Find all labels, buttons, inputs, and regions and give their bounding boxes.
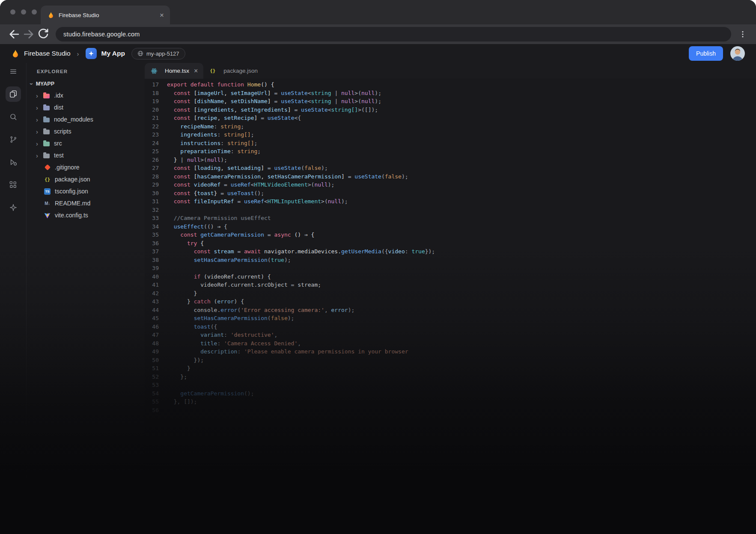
- back-button[interactable]: [7, 27, 21, 42]
- tree-item-src[interactable]: ›src: [27, 137, 145, 149]
- firebase-logo-icon: [11, 48, 20, 59]
- browser-tab[interactable]: Firebase Studio ×: [41, 6, 170, 24]
- browser-menu-icon[interactable]: [736, 27, 749, 42]
- app-icon: [86, 48, 97, 59]
- code-line: 56: [145, 406, 756, 415]
- globe-icon: [137, 50, 143, 56]
- workspace-badge-label: my-app-5127: [146, 50, 179, 57]
- code-line-text: videoRef.current.srcObject = stream;: [159, 281, 321, 289]
- tree-item-label: package.json: [55, 176, 90, 183]
- code-line: 49 description: 'Please enable camera pe…: [145, 347, 756, 356]
- chevron-right-icon: ›: [36, 116, 43, 123]
- code-line-text: const [recipe, setRecipe] = useState<{: [159, 114, 301, 122]
- tree-item-label: vite.config.ts: [55, 212, 88, 219]
- activity-files-icon[interactable]: [6, 86, 21, 102]
- code-line-text: [159, 381, 167, 389]
- ts-icon: TS: [44, 188, 51, 195]
- tree-item-dist[interactable]: ›dist: [27, 101, 145, 113]
- code-line-text: }: [159, 289, 197, 298]
- workspace-badge[interactable]: my-app-5127: [131, 48, 185, 59]
- line-number: 35: [145, 231, 159, 239]
- code-line-text: const {toast} = useToast();: [159, 189, 264, 198]
- editor-tab-package-json[interactable]: {}package.json: [203, 63, 263, 79]
- tree-item-vite-config-ts[interactable]: vite.config.ts: [27, 209, 145, 221]
- code-line-text: try {: [159, 239, 204, 248]
- code-line: 42 }: [145, 289, 756, 298]
- code-editor[interactable]: 17export default function Home() {18 con…: [145, 79, 756, 534]
- code-line-text: description: 'Please enable camera permi…: [159, 347, 408, 356]
- code-line-text: toast({: [159, 323, 217, 331]
- publish-button[interactable]: Publish: [689, 46, 723, 61]
- activity-search-icon[interactable]: [6, 109, 21, 125]
- code-line-text: } catch (error) {: [159, 297, 244, 306]
- activity-source-control-icon[interactable]: [6, 132, 21, 147]
- tree-item-gitignore[interactable]: .gitignore: [27, 161, 145, 173]
- code-line: 51 }: [145, 364, 756, 373]
- editor-tab-home-tsx[interactable]: Home.tsx×: [145, 63, 203, 79]
- explorer-panel: EXPLORER › MYAPP ›.idx›dist›node_modules…: [27, 63, 145, 534]
- line-number: 18: [145, 89, 159, 98]
- tree-item-package-json[interactable]: {}package.json: [27, 173, 145, 185]
- activity-run-debug-icon[interactable]: [6, 154, 21, 170]
- code-line: 46 toast({: [145, 323, 756, 331]
- activity-extensions-icon[interactable]: [6, 177, 21, 193]
- code-line: 40 if (videoRef.current) {: [145, 273, 756, 281]
- tree-item-label: src: [54, 140, 62, 147]
- reload-button[interactable]: [36, 27, 51, 42]
- tree-item-test[interactable]: ›test: [27, 149, 145, 161]
- chevron-right-icon: ›: [36, 152, 43, 159]
- tree-root-myapp[interactable]: › MYAPP: [27, 78, 145, 89]
- activity-ai-sparkle-icon[interactable]: [6, 200, 21, 215]
- code-line: 32: [145, 206, 756, 214]
- chevron-down-icon: ›: [29, 83, 35, 85]
- window-close-button[interactable]: [10, 9, 15, 15]
- activity-menu-icon[interactable]: [6, 64, 21, 79]
- editor-tab-label: Home.tsx: [165, 68, 189, 74]
- react-icon: [150, 68, 158, 74]
- code-line-text: ingredients: string[];: [159, 131, 254, 139]
- chevron-right-icon: ›: [36, 92, 43, 99]
- folder-icon: [43, 116, 50, 123]
- app-name: My App: [101, 50, 125, 57]
- line-number: 31: [145, 197, 159, 206]
- avatar[interactable]: [730, 46, 745, 61]
- tree-item-idx[interactable]: ›.idx: [27, 89, 145, 101]
- line-number: 50: [145, 356, 159, 365]
- close-icon[interactable]: ×: [194, 68, 198, 74]
- code-line: 39: [145, 264, 756, 273]
- tree-item-tsconfig-json[interactable]: TStsconfig.json: [27, 185, 145, 197]
- tree-item-readme-md[interactable]: M↓README.md: [27, 197, 145, 209]
- forward-button[interactable]: [21, 27, 36, 42]
- code-line: 26 } | null>(null);: [145, 156, 756, 164]
- markdown-icon: M↓: [44, 200, 51, 207]
- code-line-text: const [imageUrl, setImageUrl] = useState…: [159, 89, 381, 98]
- folder-icon: [43, 152, 50, 159]
- code-line: 44 console.error('Error accessing camera…: [145, 306, 756, 314]
- line-number: 54: [145, 389, 159, 398]
- url-bar[interactable]: studio.firebase.google.com: [56, 27, 731, 42]
- line-number: 40: [145, 273, 159, 281]
- breadcrumb-chevron-icon: ›: [77, 50, 79, 57]
- braces-icon: {}: [209, 68, 216, 74]
- code-line-text: const [hasCameraPermission, setHasCamera…: [159, 172, 408, 181]
- code-line-text: if (videoRef.current) {: [159, 273, 271, 281]
- code-line: 18 const [imageUrl, setImageUrl] = useSt…: [145, 89, 756, 98]
- line-number: 36: [145, 239, 159, 248]
- code-line-text: [159, 264, 167, 273]
- line-number: 29: [145, 181, 159, 189]
- code-line: 35 const getCameraPermission = async () …: [145, 231, 756, 239]
- line-number: 42: [145, 289, 159, 298]
- tree-item-label: dist: [54, 104, 63, 111]
- window-minimize-button[interactable]: [21, 9, 26, 15]
- code-line: 27 const [loading, setLoading] = useStat…: [145, 164, 756, 172]
- code-line-text: });: [159, 356, 204, 365]
- activity-bar: [0, 63, 27, 534]
- explorer-title: EXPLORER: [27, 65, 145, 78]
- tab-close-icon[interactable]: ×: [160, 12, 164, 19]
- editor-tab-label: package.json: [223, 68, 258, 74]
- line-number: 53: [145, 381, 159, 389]
- tree-item-scripts[interactable]: ›scripts: [27, 125, 145, 137]
- window-zoom-button[interactable]: [32, 9, 37, 15]
- line-number: 48: [145, 339, 159, 348]
- tree-item-node-modules[interactable]: ›node_modules: [27, 113, 145, 125]
